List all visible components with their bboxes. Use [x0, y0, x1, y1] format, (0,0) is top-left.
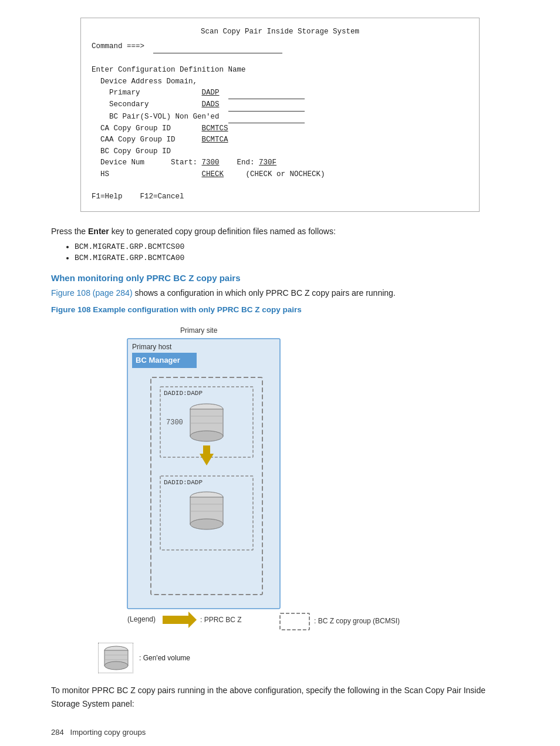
section-heading: When monitoring only PPRC BC Z copy pair…: [51, 273, 509, 283]
dadid-label-2: DADID:DADP: [164, 479, 203, 486]
figure-area: Primary site Primary host BC Manager DAD…: [51, 322, 509, 673]
legend-gen-box: [98, 643, 133, 673]
terminal-line-device: Device Num Start: 7300 End: 730F: [92, 157, 468, 168]
figure-ref-text: Figure 108 (page 284) shows a configurat…: [51, 286, 509, 299]
enter-bold: Enter: [88, 227, 109, 236]
cylinder-bottom-1: [190, 431, 223, 441]
terminal-line-enter: Enter Configuration Definition Name: [92, 65, 468, 76]
terminal-line-bcpair: BC Pair(S-VOL) Non Gen'ed: [92, 112, 468, 123]
primary-host-label: Primary host: [132, 343, 172, 351]
terminal-line-caa: CAA Copy Group ID BCMTCA: [92, 134, 468, 146]
figure-ref-link: Figure 108 (page 284): [51, 288, 133, 298]
legend-arrow-body: [163, 616, 188, 624]
svg-point-6: [104, 661, 128, 670]
page-footer: 284 Importing copy groups: [51, 728, 509, 737]
terminal-line-hs: HS CHECK (CHECK or NOCHECK): [92, 169, 468, 180]
terminal-line-blank2: [92, 180, 468, 191]
legend-gen-label: : Gen'ed volume: [139, 654, 190, 662]
terminal-line-help: F1=Help F12=Cancel: [92, 191, 468, 202]
terminal-line-bc: BC Copy Group ID: [92, 146, 468, 157]
cylinder-bottom-2: [190, 519, 223, 529]
device-num-label: 7300: [166, 418, 183, 427]
diagram-svg: Primary site Primary host BC Manager DAD…: [116, 322, 444, 639]
page-section: Importing copy groups: [70, 728, 146, 737]
legend-arrow-head: [188, 612, 197, 628]
legend-label: (Legend): [127, 615, 156, 623]
figure-caption: Figure 108 Example configuration with on…: [51, 305, 509, 314]
legend-gen-area: : Gen'ed volume: [51, 643, 509, 673]
terminal-line-ca: CA Copy Group ID BCMTCS: [92, 123, 468, 134]
bullet-item-1: BCM.MIGRATE.GRP.BCMTCS00: [75, 242, 509, 251]
bc-manager-label: BC Manager: [136, 356, 180, 364]
terminal-title: Scan Copy Pair Inside Storage System: [92, 26, 468, 38]
bullet-item-2: BCM.MIGRATE.GRP.BCMTCA00: [75, 254, 509, 262]
page-number: 284: [51, 728, 64, 737]
terminal-panel: Scan Copy Pair Inside Storage System Com…: [80, 18, 480, 212]
terminal-line-1: Command ===>: [92, 41, 468, 53]
terminal-line-domain: Device Address Domain,: [92, 76, 468, 87]
dadid-label-1: DADID:DADP: [164, 390, 203, 397]
legend-bc-z-label: : BC Z copy group (BCMSI): [314, 617, 400, 625]
bullet-list: BCM.MIGRATE.GRP.BCMTCS00 BCM.MIGRATE.GRP…: [51, 242, 509, 262]
terminal-line-primary: Primary DADP: [92, 87, 468, 99]
legend-gen-svg: [99, 643, 134, 674]
terminal-line-secondary: Secondary DADS: [92, 99, 468, 111]
terminal-line-blank1: [92, 53, 468, 65]
figure-ref-suffix: shows a configuration in which only PPRC…: [133, 288, 396, 298]
primary-site-label: Primary site: [180, 326, 218, 335]
legend-dashed-box: [280, 613, 309, 630]
legend-pprc-label: : PPRC BC Z: [200, 616, 242, 624]
intro-paragraph: Press the Enter key to generated copy gr…: [51, 225, 509, 238]
footer-paragraph: To monitor PPRC BC Z copy pairs running …: [51, 684, 509, 710]
